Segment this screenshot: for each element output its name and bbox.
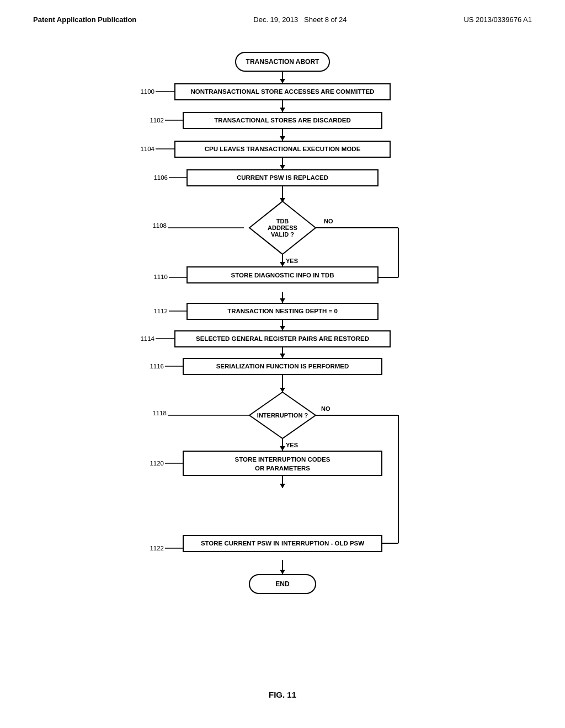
svg-marker-31 bbox=[280, 484, 285, 488]
label-1108: 1108 bbox=[152, 222, 167, 229]
node-1100: NONTRANSACTIONAL STORE ACCESSES ARE COMM… bbox=[191, 88, 375, 95]
yes-label-1118: YES bbox=[286, 442, 298, 448]
label-1118: 1118 bbox=[152, 410, 167, 416]
svg-marker-3 bbox=[280, 108, 285, 112]
svg-marker-17 bbox=[280, 298, 285, 303]
diagram-container: TRANSACTION ABORT 1100 NONTRANSACTIONAL … bbox=[0, 29, 565, 705]
no-label-1118: NO bbox=[321, 405, 331, 412]
start-label: TRANSACTION ABORT bbox=[246, 58, 320, 66]
diamond-1108-line3: VALID ? bbox=[271, 231, 294, 238]
node-1120: STORE INTERRUPTION CODES bbox=[235, 456, 331, 463]
label-1116: 1116 bbox=[150, 363, 164, 370]
label-1112: 1112 bbox=[153, 308, 168, 314]
label-1120: 1120 bbox=[150, 460, 164, 467]
node-1102: TRANSACTIONAL STORES ARE DISCARDED bbox=[214, 117, 351, 124]
yes-label-1108: YES bbox=[286, 258, 298, 264]
label-1104: 1104 bbox=[140, 146, 154, 152]
node-1104: CPU LEAVES TRANSACTIONAL EXECUTION MODE bbox=[205, 146, 361, 152]
node-1120b: OR PARAMETERS bbox=[255, 465, 310, 472]
header-date-sheet: Dec. 19, 2013 Sheet 8 of 24 bbox=[253, 15, 347, 24]
svg-marker-19 bbox=[280, 326, 285, 330]
svg-marker-33 bbox=[280, 570, 285, 574]
diamond-1108-line1: TDB bbox=[276, 218, 289, 224]
svg-marker-1 bbox=[280, 79, 285, 83]
svg-marker-29 bbox=[280, 446, 285, 451]
label-1106: 1106 bbox=[153, 174, 168, 181]
end-label: END bbox=[275, 580, 290, 588]
header-patent-number: US 2013/0339676 A1 bbox=[463, 15, 532, 24]
label-1110: 1110 bbox=[153, 274, 168, 280]
node-1114: SELECTED GENERAL REGISTER PAIRS ARE REST… bbox=[196, 335, 369, 342]
label-1114: 1114 bbox=[140, 335, 154, 342]
label-1122: 1122 bbox=[150, 545, 164, 552]
svg-marker-21 bbox=[280, 354, 285, 358]
node-1106: CURRENT PSW IS REPLACED bbox=[237, 174, 328, 181]
diamond-1108-line2: ADDRESS bbox=[268, 224, 297, 231]
label-1102: 1102 bbox=[150, 117, 164, 124]
label-1100: 1100 bbox=[140, 88, 154, 95]
node-1122: STORE CURRENT PSW IN INTERRUPTION - OLD … bbox=[201, 540, 364, 547]
svg-marker-5 bbox=[280, 136, 285, 141]
header-publication-label: Patent Application Publication bbox=[33, 15, 136, 24]
flowchart-svg: TRANSACTION ABORT 1100 NONTRANSACTIONAL … bbox=[73, 40, 492, 680]
svg-marker-7 bbox=[280, 165, 285, 169]
node-1112: TRANSACTION NESTING DEPTH = 0 bbox=[227, 308, 338, 314]
no-label-1108: NO bbox=[324, 218, 333, 224]
node-1110: STORE DIAGNOSTIC INFO IN TDB bbox=[231, 272, 334, 279]
node-1116: SERIALIZATION FUNCTION IS PERFORMED bbox=[216, 363, 349, 370]
page-header: Patent Application Publication Dec. 19, … bbox=[0, 0, 565, 29]
svg-marker-15 bbox=[280, 262, 285, 266]
diamond-1118: INTERRUPTION ? bbox=[257, 412, 308, 419]
svg-rect-56 bbox=[183, 451, 382, 475]
figure-caption: FIG. 11 bbox=[269, 690, 296, 699]
